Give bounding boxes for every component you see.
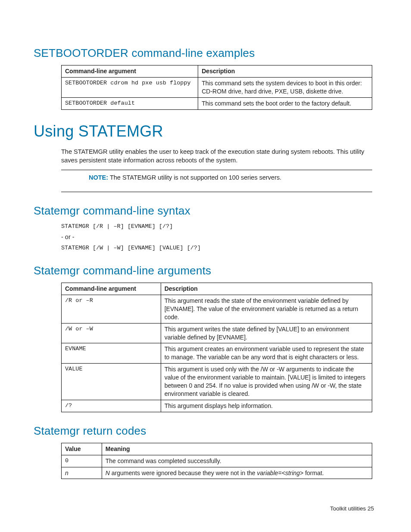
table-row: SETBOOTORDER cdrom hd pxe usb floppy Thi… (62, 77, 372, 97)
cell-desc: This command sets the boot order to the … (198, 97, 372, 109)
page-footer: Toolkit utilities 25 (34, 505, 374, 513)
table-statemgr-arguments: Command-line argument Description /R or … (61, 283, 372, 412)
heading-setbootorder-examples: SETBOOTORDER command-line examples (34, 46, 377, 61)
cell-arg: SETBOOTORDER cdrom hd pxe usb floppy (62, 77, 198, 97)
note-label: NOTE: (89, 174, 108, 181)
col-header-arg: Command-line argument (62, 65, 198, 78)
table-statemgr-return-codes: Value Meaning 0 The command was complete… (61, 443, 372, 479)
heading-statemgr-return-codes: Statemgr return codes (34, 423, 377, 439)
heading-using-statemgr: Using STATEMGR (34, 121, 377, 142)
cell-arg: /W or –W (62, 323, 161, 343)
table-row: /W or –WThis argument writes the state d… (62, 323, 372, 343)
cell-meaning: N arguments were ignored because they we… (102, 467, 372, 479)
syntax-line-1: STATEMGR [/R | –R] [EVNAME] [/?] (61, 223, 372, 230)
table-row: SETBOOTORDER default This command sets t… (62, 97, 372, 109)
table-setbootorder-examples: Command-line argument Description SETBOO… (61, 65, 372, 110)
cell-desc: This command sets the system devices to … (198, 77, 372, 97)
table-row: 0 The command was completed successfully… (62, 455, 372, 467)
table-row: EVNAMEThis argument creates an environme… (62, 343, 372, 364)
heading-statemgr-syntax: Statemgr command-line syntax (34, 203, 377, 218)
note-text: The STATEMGR utility is not supported on… (108, 174, 281, 181)
cell-value: 0 (62, 455, 102, 467)
cell-arg: EVNAME (62, 343, 161, 364)
table-row: /?This argument displays help informatio… (62, 400, 372, 412)
heading-statemgr-arguments: Statemgr command-line arguments (34, 263, 377, 278)
cell-value: n (62, 467, 102, 479)
cell-meaning: The command was completed successfully. (102, 455, 372, 467)
cell-arg: /R or –R (62, 295, 161, 324)
cell-arg: SETBOOTORDER default (62, 97, 198, 109)
table-row: VALUEThis argument is used only with the… (62, 364, 372, 400)
cell-arg: /? (62, 400, 161, 412)
col-header-value: Value (62, 443, 102, 455)
paragraph-intro: The STATEMGR utility enables the user to… (61, 148, 372, 165)
col-header-arg: Command-line argument (62, 283, 161, 295)
cell-arg: VALUE (62, 364, 161, 400)
col-header-desc: Description (198, 65, 372, 78)
col-header-meaning: Meaning (102, 443, 372, 455)
cell-desc: This argument is used only with the /W o… (161, 364, 372, 400)
syntax-line-2: STATEMGR [/W | –W] [EVNAME] [VALUE] [/?] (61, 244, 372, 252)
syntax-or-separator: - or - (61, 233, 372, 242)
cell-desc: This argument reads the state of the env… (161, 295, 372, 324)
col-header-desc: Description (161, 283, 372, 295)
note-box: NOTE: The STATEMGR utility is not suppor… (61, 170, 372, 192)
cell-desc: This argument creates an environment var… (161, 343, 372, 364)
table-row: /R or –RThis argument reads the state of… (62, 295, 372, 324)
cell-desc: This argument writes the state defined b… (161, 323, 372, 343)
table-row: n N arguments were ignored because they … (62, 467, 372, 479)
cell-desc: This argument displays help information. (161, 400, 372, 412)
